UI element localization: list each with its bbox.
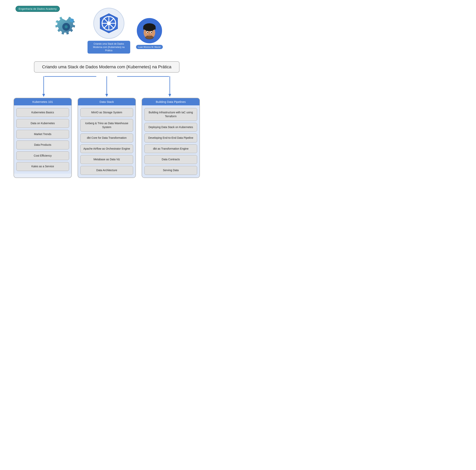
list-item: Data Contracts [144,155,197,164]
subtitle-badge: Criando uma Stack de Dados Moderna com {… [87,41,130,53]
svg-rect-18 [143,27,156,30]
list-item: Iceberg & Trino as Data Warehouse System [80,119,133,132]
column-kubernetes-101-header: Kubernetes 101 [14,98,71,105]
column-data-stack: Data Stack MinIO as Storage System Icebe… [78,98,136,178]
list-item: Kates as a Service [16,162,69,171]
header-section: Engenharia de Dados Academy [4,4,210,57]
list-item: Metabase as Data Viz [80,155,133,164]
k8s-circle [93,8,124,39]
svg-point-1 [65,25,68,28]
column-data-stack-items: MinIO as Storage System Iceberg & Trino … [78,105,136,177]
list-item: Serving Data [144,166,197,175]
list-item: Data Architecture [80,166,133,175]
avatar [137,18,162,43]
list-item: Developing End-to-End Data Pipeline [144,134,197,142]
author-section: Luan Moreno M. Maciel [136,18,163,49]
list-item: Apache Airflow as Orchestrator Engine [80,144,133,153]
column-building-data-pipelines: Building Data Pipelines Building Infrast… [142,98,200,178]
main-title-container: Criando uma Stack de Dados Moderna com {… [4,61,210,73]
list-item: dbt Core for Data Transformation [80,134,133,142]
column-kubernetes-101-items: Kubernetes Basics Data on Kubernetes Mar… [14,105,71,174]
list-item: MinIO as Storage System [80,108,133,117]
svg-marker-27 [169,94,171,97]
main-title: Criando uma Stack de Dados Moderna com {… [34,61,180,73]
svg-marker-25 [42,94,45,97]
author-name: Luan Moreno M. Maciel [136,45,163,49]
academy-badge: Engenharia de Dados Academy [16,6,60,12]
arrows-svg [15,75,199,98]
column-kubernetes-101: Kubernetes 101 Kubernetes Basics Data on… [14,98,72,178]
svg-marker-26 [105,94,108,97]
gear-logo [51,15,82,47]
columns-section: Kubernetes 101 Kubernetes Basics Data on… [4,98,210,178]
column-data-stack-header: Data Stack [78,98,136,105]
arrows-container [15,75,199,98]
list-item: Kubernetes Basics [16,108,69,117]
list-item: dbt as Transformation Engine [144,144,197,153]
list-item: Data Products [16,140,69,150]
svg-point-21 [147,32,148,33]
list-item: Data on Kubernetes [16,119,69,128]
svg-point-23 [149,34,150,35]
svg-point-24 [145,35,154,39]
list-item: Cost Efficiency [16,151,69,160]
list-item: Building Infrastructure with IaC using T… [144,108,197,121]
list-item: Market Trends [16,130,69,139]
list-item: Deploying Data Stack on Kubernetes [144,123,197,132]
column-building-data-pipelines-items: Building Infrastructure with IaC using T… [142,105,200,177]
svg-point-14 [107,22,110,25]
svg-point-22 [151,32,152,33]
kubernetes-center: Criando uma Stack de Dados Moderna com {… [87,8,130,53]
column-building-data-pipelines-header: Building Data Pipelines [142,98,200,105]
